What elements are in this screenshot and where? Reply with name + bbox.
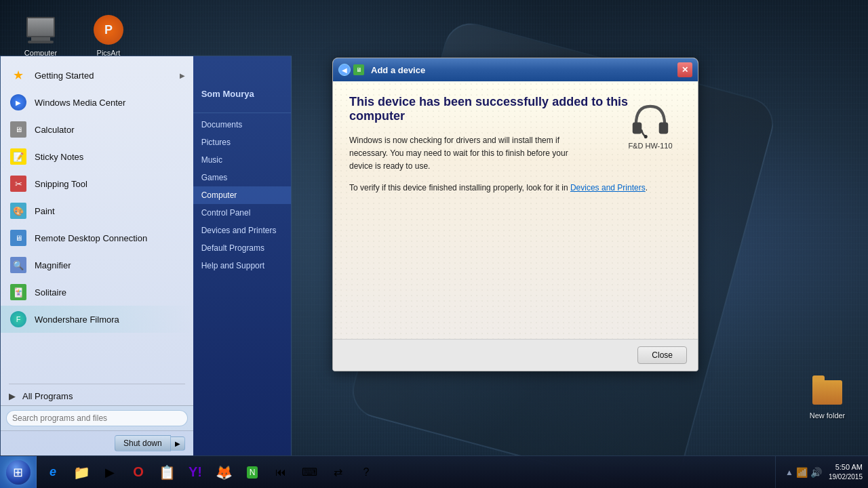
start-right-item-computer[interactable]: Computer bbox=[193, 186, 291, 204]
taskbar-item-wmp[interactable]: ▶ bbox=[96, 459, 123, 486]
desktop-icon-picsart[interactable]: P PicsArt bbox=[81, 14, 136, 58]
svg-rect-0 bbox=[633, 122, 642, 134]
start-right-item-control-panel[interactable]: Control Panel bbox=[193, 204, 291, 222]
firefox-icon: 🦊 bbox=[216, 464, 233, 481]
start-menu-right-panel: Som Mourya Documents Pictures Music Game… bbox=[193, 56, 291, 455]
taskbar-item-media[interactable]: ⏮ bbox=[267, 459, 294, 486]
tray-volume-icon[interactable]: 🔊 bbox=[810, 467, 822, 478]
taskbar: e 📁 ▶ O 📋 Y! 🦊 N ⏮ bbox=[0, 455, 868, 488]
desktop: Computer P PicsArt 📁 Bluetooth_... bbox=[0, 0, 868, 488]
start-button[interactable] bbox=[0, 456, 37, 489]
system-tray: ▲ 📶 🔊 5:50 AM 19/02/2015 bbox=[775, 456, 868, 488]
taskbar-pinned-items: e 📁 ▶ O 📋 Y! 🦊 N ⏮ bbox=[37, 456, 382, 488]
yahoo-icon: Y! bbox=[189, 464, 202, 480]
transfer-icon: ⇄ bbox=[334, 466, 342, 479]
arrow-icon: ▶ bbox=[180, 72, 185, 79]
all-programs-item[interactable]: ▶ All Programs bbox=[1, 387, 193, 405]
taskbar-item-ie[interactable]: e bbox=[39, 459, 66, 486]
svg-rect-1 bbox=[659, 122, 669, 134]
filmora-icon: F bbox=[9, 310, 28, 329]
paint-icon: 🎨 bbox=[9, 201, 28, 220]
wmc-icon: ▶ bbox=[9, 93, 28, 112]
start-right-item-devices-printers[interactable]: Devices and Printers bbox=[193, 222, 291, 239]
start-right-item-games[interactable]: Games bbox=[193, 169, 291, 186]
explorer-icon: 📁 bbox=[73, 464, 90, 481]
all-programs-icon: ▶ bbox=[9, 391, 16, 401]
taskbar-item-files[interactable]: 📋 bbox=[153, 459, 180, 486]
magnifier-icon: 🔍 bbox=[9, 256, 28, 274]
start-menu-item-filmora[interactable]: F Wondershare Filmora bbox=[1, 306, 193, 333]
getting-started-icon: ★ bbox=[9, 66, 28, 85]
tray-clock[interactable]: 5:50 AM 19/02/2015 bbox=[829, 462, 863, 482]
dialog-titlebar: ◀ 🖥 Add a device ✕ bbox=[333, 58, 698, 81]
shutdown-arrow-button[interactable]: ▶ bbox=[171, 436, 185, 451]
wmp-icon: ▶ bbox=[105, 465, 115, 480]
start-menu-item-calculator[interactable]: 🖥 Calculator bbox=[1, 116, 193, 143]
start-separator bbox=[9, 384, 185, 384]
svg-point-2 bbox=[644, 135, 648, 138]
start-menu-item-magnifier[interactable]: 🔍 Magnifier bbox=[1, 251, 193, 279]
keyboard-icon: ⌨ bbox=[302, 466, 317, 479]
file-manager-icon: 📋 bbox=[159, 464, 176, 481]
taskbar-item-firefox[interactable]: 🦊 bbox=[210, 459, 237, 486]
start-search-input[interactable] bbox=[6, 410, 188, 426]
snipping-tool-icon: ✂ bbox=[9, 174, 28, 193]
sticky-notes-icon: 📝 bbox=[9, 147, 28, 166]
calculator-icon: 🖥 bbox=[9, 120, 28, 139]
desktop-icon-new-folder[interactable]: New folder bbox=[800, 376, 854, 420]
media-player-icon: ⏮ bbox=[275, 466, 286, 479]
device-name-label: F&D HW-110 bbox=[628, 142, 672, 150]
start-menu-item-remote-desktop[interactable]: 🖥 Remote Desktop Connection bbox=[1, 224, 193, 251]
dialog-footer: Close bbox=[333, 339, 698, 371]
start-menu-username: Som Mourya bbox=[193, 83, 291, 113]
taskbar-item-yahoo[interactable]: Y! bbox=[182, 459, 209, 486]
help-icon: ? bbox=[363, 466, 370, 479]
desktop-icons-right: New folder bbox=[800, 376, 854, 434]
start-menu-item-wmc[interactable]: ▶ Windows Media Center bbox=[1, 89, 193, 116]
dialog-close-button[interactable]: ✕ bbox=[677, 62, 692, 77]
start-menu-left-panel: ★ Getting Started ▶ ▶ Windows Media Cent… bbox=[1, 56, 193, 455]
picsart-icon-img: P bbox=[94, 15, 123, 45]
nox-tb-icon: N bbox=[247, 466, 258, 479]
dialog-title-text: Add a device bbox=[371, 65, 673, 75]
ie-icon: e bbox=[50, 465, 56, 479]
dialog-success-title: This device has been successfully added … bbox=[349, 95, 682, 123]
tray-icons: ▲ 📶 🔊 bbox=[781, 467, 826, 478]
remote-desktop-icon: 🖥 bbox=[9, 228, 28, 247]
tray-network-icon[interactable]: 📶 bbox=[796, 467, 808, 478]
taskbar-item-nox[interactable]: N bbox=[239, 459, 266, 486]
desktop-icon-computer[interactable]: Computer bbox=[14, 14, 68, 58]
shutdown-button[interactable]: Shut down bbox=[115, 435, 171, 451]
start-right-item-default-programs[interactable]: Default Programs bbox=[193, 239, 291, 257]
start-right-item-help[interactable]: Help and Support bbox=[193, 257, 291, 274]
dialog-back-button[interactable]: ◀ bbox=[338, 64, 351, 76]
start-right-item-documents[interactable]: Documents bbox=[193, 116, 291, 134]
dialog-title-icon: 🖥 bbox=[353, 64, 364, 75]
start-menu: ★ Getting Started ▶ ▶ Windows Media Cent… bbox=[0, 56, 292, 455]
start-menu-item-paint[interactable]: 🎨 Paint bbox=[1, 197, 193, 224]
taskbar-item-keyboard[interactable]: ⌨ bbox=[296, 459, 323, 486]
devices-printers-link[interactable]: Devices and Printers bbox=[570, 183, 646, 192]
taskbar-item-opera[interactable]: O bbox=[125, 459, 152, 486]
dialog-text1: Windows is now checking for drivers and … bbox=[349, 134, 593, 174]
tray-arrow-icon[interactable]: ▲ bbox=[785, 468, 793, 477]
start-orb bbox=[6, 460, 31, 485]
taskbar-item-help[interactable]: ? bbox=[353, 459, 380, 486]
dialog-text2: To verify if this device finished instal… bbox=[349, 182, 682, 195]
start-menu-item-solitaire[interactable]: 🃏 Solitaire bbox=[1, 279, 193, 306]
start-search-area bbox=[1, 405, 193, 430]
start-menu-item-snipping[interactable]: ✂ Snipping Tool bbox=[1, 170, 193, 197]
start-right-item-music[interactable]: Music bbox=[193, 151, 291, 169]
solitaire-icon: 🃏 bbox=[9, 283, 28, 302]
shutdown-area: Shut down ▶ bbox=[1, 430, 193, 455]
opera-icon: O bbox=[133, 464, 144, 480]
add-device-dialog: ◀ 🖥 Add a device ✕ bbox=[332, 58, 698, 371]
taskbar-item-explorer[interactable]: 📁 bbox=[68, 459, 95, 486]
start-menu-item-sticky-notes[interactable]: 📝 Sticky Notes bbox=[1, 143, 193, 170]
start-right-item-pictures[interactable]: Pictures bbox=[193, 134, 291, 151]
start-menu-items-list: ★ Getting Started ▶ ▶ Windows Media Cent… bbox=[1, 56, 193, 381]
dialog-close-btn[interactable]: Close bbox=[637, 346, 687, 364]
taskbar-item-transfer[interactable]: ⇄ bbox=[324, 459, 351, 486]
start-menu-item-getting-started[interactable]: ★ Getting Started ▶ bbox=[1, 62, 193, 89]
new-folder-label: New folder bbox=[810, 411, 846, 420]
